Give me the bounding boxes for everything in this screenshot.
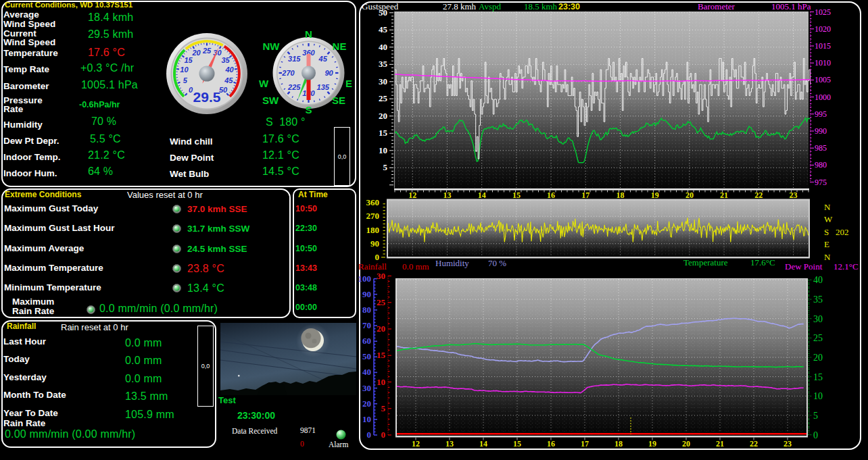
svg-text:16: 16 (547, 439, 555, 449)
svg-text:0: 0 (375, 252, 380, 262)
svg-text:15: 15 (377, 350, 386, 360)
svg-text:W: W (824, 214, 833, 224)
svg-text:1025: 1025 (815, 7, 831, 17)
svg-text:40: 40 (813, 275, 823, 285)
svg-text:21: 21 (720, 190, 728, 200)
svg-text:30: 30 (813, 314, 823, 324)
svg-text:23:30: 23:30 (558, 2, 580, 11)
svg-text:1010: 1010 (815, 58, 831, 68)
svg-text:70 %: 70 % (488, 258, 506, 268)
svg-text:12.1°C: 12.1°C (834, 261, 859, 272)
svg-text:5: 5 (383, 162, 388, 172)
svg-text:Temperature: Temperature (683, 257, 728, 267)
svg-text:13: 13 (443, 190, 452, 200)
svg-text:1005: 1005 (815, 75, 831, 84)
svg-text:20: 20 (379, 111, 387, 121)
svg-text:22: 22 (750, 439, 758, 449)
svg-text:975: 975 (815, 178, 827, 187)
svg-text:202: 202 (836, 227, 849, 237)
svg-text:N: N (824, 202, 831, 212)
svg-text:Avspd: Avspd (479, 1, 501, 11)
svg-text:Gustspeed: Gustspeed (362, 1, 399, 11)
svg-text:23: 23 (783, 439, 792, 449)
svg-text:20: 20 (813, 353, 823, 363)
svg-text:80: 80 (362, 305, 371, 315)
svg-text:12: 12 (412, 439, 420, 449)
svg-text:30: 30 (379, 76, 387, 86)
svg-text:15: 15 (513, 439, 521, 449)
svg-text:10: 10 (379, 145, 387, 155)
svg-text:22: 22 (754, 190, 763, 200)
svg-text:10: 10 (362, 414, 371, 424)
svg-text:12: 12 (408, 190, 416, 200)
svg-text:1005.1 hPa: 1005.1 hPa (771, 1, 811, 11)
svg-text:35: 35 (813, 295, 823, 305)
svg-text:5: 5 (381, 403, 386, 413)
svg-text:25: 25 (379, 93, 388, 103)
svg-text:17: 17 (581, 439, 589, 449)
svg-text:19: 19 (651, 190, 659, 200)
svg-text:20: 20 (377, 324, 385, 334)
svg-text:N: N (824, 252, 831, 262)
svg-text:50: 50 (362, 351, 371, 361)
svg-text:15: 15 (379, 128, 388, 138)
svg-text:270: 270 (366, 211, 380, 221)
svg-text:S: S (824, 227, 829, 237)
svg-text:5: 5 (813, 411, 818, 421)
svg-text:90: 90 (370, 238, 379, 249)
svg-text:16: 16 (547, 190, 555, 200)
svg-text:Dew Point: Dew Point (785, 261, 823, 272)
svg-text:100: 100 (358, 274, 372, 284)
svg-text:19: 19 (648, 439, 656, 449)
svg-text:995: 995 (815, 109, 827, 119)
svg-text:15: 15 (512, 190, 521, 200)
svg-text:14: 14 (479, 439, 487, 449)
svg-text:17: 17 (581, 190, 589, 200)
svg-text:25: 25 (377, 297, 386, 307)
svg-text:0: 0 (381, 430, 386, 440)
svg-text:Humidity: Humidity (435, 258, 469, 268)
svg-text:30: 30 (362, 383, 371, 393)
svg-text:40: 40 (379, 42, 387, 52)
svg-text:90: 90 (362, 289, 371, 299)
svg-text:45: 45 (379, 24, 388, 34)
svg-text:10: 10 (377, 377, 385, 387)
svg-text:70: 70 (362, 320, 371, 330)
svg-text:14: 14 (478, 190, 486, 200)
svg-text:15: 15 (813, 372, 823, 382)
svg-text:23: 23 (790, 190, 798, 200)
svg-text:13: 13 (445, 439, 454, 449)
svg-text:17.6°C: 17.6°C (750, 257, 775, 267)
svg-text:E: E (824, 239, 829, 249)
svg-text:360: 360 (366, 197, 380, 207)
svg-text:1015: 1015 (815, 41, 831, 51)
svg-text:0.0 mm: 0.0 mm (402, 261, 429, 272)
svg-text:20: 20 (362, 399, 371, 409)
svg-text:980: 980 (815, 160, 827, 170)
svg-text:Barometer: Barometer (698, 1, 736, 11)
svg-text:1000: 1000 (815, 93, 831, 102)
svg-text:20: 20 (682, 439, 690, 449)
svg-text:18: 18 (614, 439, 623, 449)
svg-text:35: 35 (379, 59, 388, 69)
svg-text:27.8 kmh: 27.8 kmh (443, 1, 477, 11)
svg-text:985: 985 (815, 143, 827, 153)
svg-text:21: 21 (716, 439, 724, 449)
svg-text:30: 30 (377, 271, 385, 281)
svg-text:40: 40 (362, 367, 371, 377)
svg-text:0: 0 (367, 430, 372, 440)
svg-text:25: 25 (813, 333, 823, 343)
svg-text:10: 10 (813, 391, 823, 401)
svg-text:Rainfall: Rainfall (358, 261, 387, 272)
svg-text:18: 18 (617, 190, 625, 200)
svg-text:60: 60 (362, 336, 371, 346)
svg-text:1020: 1020 (815, 24, 831, 34)
svg-text:18.5 kmh: 18.5 kmh (524, 1, 558, 11)
svg-text:20: 20 (685, 190, 694, 200)
svg-text:990: 990 (815, 126, 827, 136)
svg-text:180: 180 (366, 225, 380, 235)
svg-text:0: 0 (813, 430, 818, 440)
